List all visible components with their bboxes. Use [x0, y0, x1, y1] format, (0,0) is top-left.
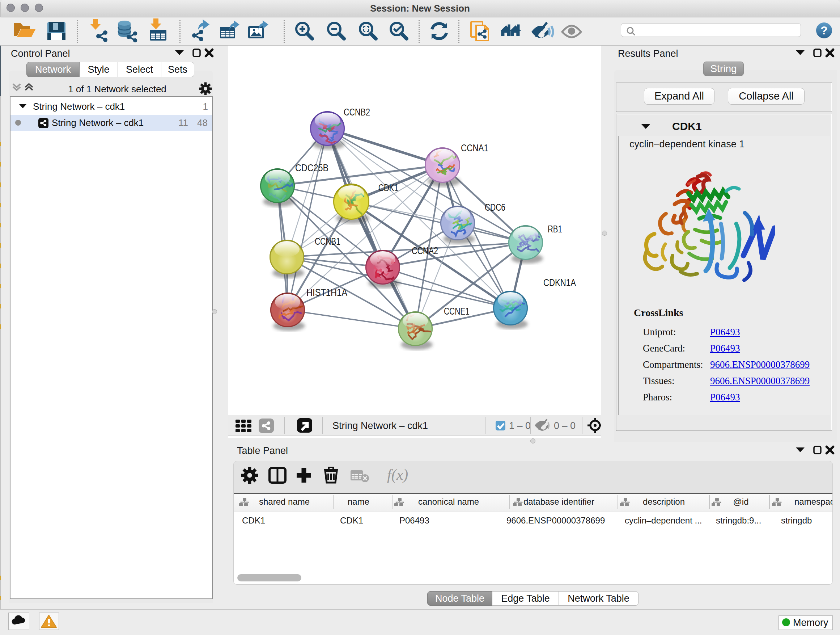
svg-text:canonical name: canonical name	[418, 497, 479, 507]
svg-text:String Network – cdk1: String Network – cdk1	[52, 117, 144, 128]
svg-text:CDC6: CDC6	[485, 202, 505, 213]
svg-text:cyclin–dependent ...: cyclin–dependent ...	[625, 516, 702, 525]
svg-text:CCNB1: CCNB1	[315, 236, 340, 247]
svg-text:RB1: RB1	[548, 224, 562, 234]
svg-text:CCNA1: CCNA1	[461, 143, 488, 154]
svg-text:database identifier: database identifier	[523, 497, 594, 507]
svg-text:0 – 0: 0 – 0	[554, 420, 576, 431]
svg-text:stringdb: stringdb	[781, 516, 812, 525]
svg-text:1 of 1 Network selected: 1 of 1 Network selected	[68, 84, 166, 95]
svg-text:CDK1: CDK1	[378, 182, 398, 193]
svg-text:f(x): f(x)	[387, 466, 408, 483]
svg-text:CDK1: CDK1	[340, 516, 363, 525]
svg-text:CDK1: CDK1	[242, 516, 265, 525]
svg-text:name: name	[347, 497, 369, 507]
svg-text:String Network – cdk1: String Network – cdk1	[33, 101, 125, 112]
svg-text:CDC25B: CDC25B	[295, 163, 328, 173]
svg-text:CCNA2: CCNA2	[412, 245, 438, 256]
svg-text:CCNE1: CCNE1	[444, 306, 470, 317]
svg-text:9606.ENSP00000378699: 9606.ENSP00000378699	[507, 516, 605, 525]
svg-text:shared name: shared name	[259, 497, 309, 507]
svg-text:11: 11	[178, 117, 188, 128]
svg-text:@id: @id	[733, 497, 748, 507]
svg-text:description: description	[643, 497, 685, 507]
svg-text:1 – 0: 1 – 0	[509, 420, 531, 431]
svg-text:?: ?	[821, 24, 828, 37]
svg-text:1: 1	[203, 101, 208, 112]
svg-text:String Network – cdk1: String Network – cdk1	[332, 420, 428, 431]
svg-text:CCNB2: CCNB2	[344, 107, 370, 118]
svg-text:48: 48	[197, 117, 208, 128]
svg-text:CDKN1A: CDKN1A	[543, 277, 576, 288]
svg-text:CDK1: CDK1	[672, 121, 702, 132]
svg-text:HIST1H1A: HIST1H1A	[306, 287, 347, 298]
svg-text:P06493: P06493	[399, 516, 429, 525]
svg-text:stringdb:9...: stringdb:9...	[716, 516, 761, 525]
svg-text:namespac: namespac	[794, 497, 832, 507]
